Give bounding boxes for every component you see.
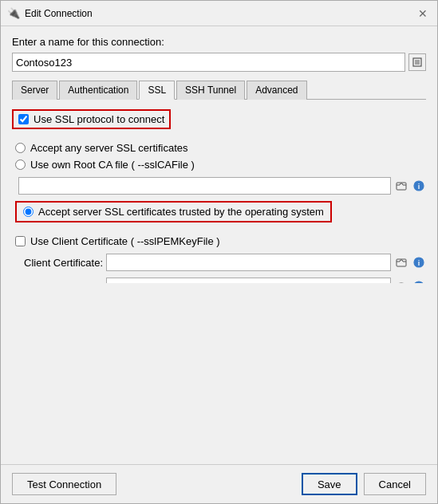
- ssl-tab-content: Use SSL protocol to connect Accept any s…: [12, 109, 426, 283]
- root-ca-browse-icon[interactable]: [394, 179, 408, 193]
- accept-os-radio[interactable]: [23, 207, 34, 217]
- cancel-button[interactable]: Cancel: [364, 473, 426, 495]
- connection-name-label: Enter a name for this connection:: [12, 36, 426, 48]
- connection-name-input[interactable]: [12, 53, 405, 72]
- edit-connection-window: 🔌 Edit Connection ✕ Enter a name for thi…: [0, 0, 438, 504]
- tab-ssh-tunnel[interactable]: SSH Tunnel: [176, 81, 245, 100]
- use-root-ca-label: Use own Root CA file ( --sslCAFile ): [30, 159, 195, 171]
- use-ssl-label: Use SSL protocol to connect: [34, 113, 164, 125]
- use-ssl-highlighted: Use SSL protocol to connect: [12, 109, 171, 129]
- tab-ssl[interactable]: SSL: [139, 81, 175, 100]
- client-cert-checkbox[interactable]: [15, 236, 26, 246]
- connection-name-row: [12, 53, 426, 72]
- client-cert-info-icon[interactable]: i: [412, 255, 426, 270]
- test-connection-button[interactable]: Test Connection: [12, 473, 116, 495]
- ssl-radio-group: Accept any server SSL certificates Use o…: [15, 142, 426, 222]
- accept-os-label: Accept server SSL certificates trusted b…: [38, 206, 324, 218]
- footer: Test Connection Save Cancel: [1, 464, 437, 503]
- tab-advanced[interactable]: Advanced: [247, 81, 306, 100]
- tab-authentication[interactable]: Authentication: [59, 81, 137, 100]
- client-cert-checkbox-label: Use Client Certificate ( --sslPEMKeyFile…: [30, 235, 220, 247]
- use-root-ca-radio[interactable]: [15, 159, 26, 170]
- close-button[interactable]: ✕: [415, 6, 431, 22]
- use-root-ca-row: Use own Root CA file ( --sslCAFile ): [15, 159, 426, 171]
- tab-server[interactable]: Server: [12, 81, 57, 100]
- svg-text:i: i: [418, 183, 420, 191]
- client-cert-input[interactable]: [106, 254, 391, 271]
- root-ca-input[interactable]: [18, 177, 391, 195]
- root-ca-info-icon[interactable]: i: [412, 179, 426, 193]
- accept-any-label: Accept any server SSL certificates: [30, 142, 188, 154]
- titlebar: 🔌 Edit Connection ✕: [1, 1, 437, 26]
- client-cert-field-label: Client Certificate:: [15, 257, 103, 269]
- client-cert-checkbox-row: Use Client Certificate ( --sslPEMKeyFile…: [15, 235, 426, 247]
- svg-text:i: i: [418, 259, 420, 267]
- accept-os-row: Accept server SSL certificates trusted b…: [15, 201, 426, 222]
- connection-pick-icon[interactable]: [408, 53, 426, 71]
- save-button[interactable]: Save: [302, 473, 357, 495]
- client-cert-field-row: Client Certificate: i: [15, 254, 426, 271]
- accept-any-row: Accept any server SSL certificates: [15, 142, 426, 154]
- window-icon: 🔌: [7, 7, 20, 20]
- accept-os-highlighted: Accept server SSL certificates trusted b…: [15, 201, 332, 222]
- root-ca-input-row: i: [18, 177, 426, 195]
- window-title: Edit Connection: [25, 8, 415, 19]
- accept-any-radio[interactable]: [15, 143, 26, 153]
- use-ssl-row: Use SSL protocol to connect: [12, 109, 426, 129]
- dialog-content: Enter a name for this connection: Server…: [1, 26, 437, 464]
- use-ssl-checkbox[interactable]: [18, 114, 29, 124]
- tabs: Server Authentication SSL SSH Tunnel Adv…: [12, 80, 426, 100]
- client-cert-browse-icon[interactable]: [394, 255, 408, 270]
